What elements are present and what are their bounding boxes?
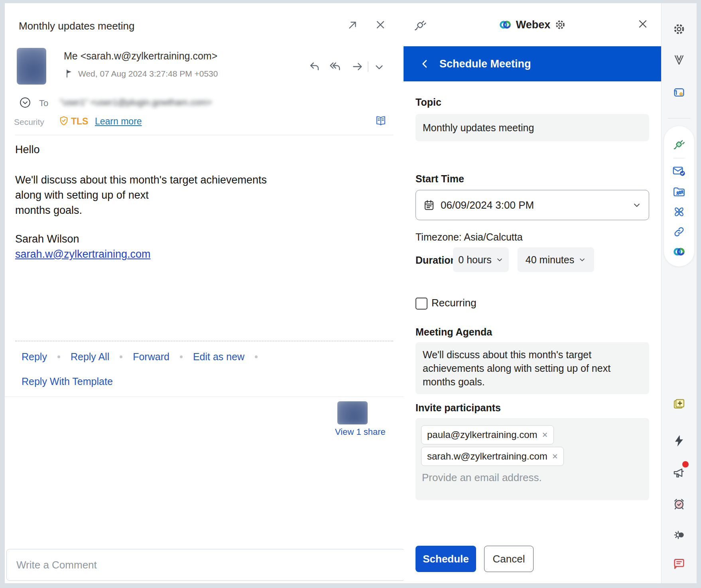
duration-hours-select[interactable]: 0 hours <box>453 247 509 272</box>
to-label: To <box>39 98 48 109</box>
reading-pane-icon[interactable] <box>375 115 387 127</box>
to-recipient-redacted: "user1" <user1@plugin.gowtham.com> <box>60 97 212 108</box>
email-panel: Monthly updates meeting Me <sarah.w@zylk… <box>5 3 404 583</box>
signature-email-link[interactable]: sarah.w@zylkertraining.com <box>15 248 151 260</box>
meeting-agenda-label: Meeting Agenda <box>415 326 492 338</box>
link-icon[interactable] <box>672 225 686 239</box>
expand-icon[interactable] <box>347 19 358 31</box>
invite-placeholder: Provide an email address. <box>422 472 644 484</box>
icon-row-divider <box>368 61 368 72</box>
integrations-clover-icon[interactable] <box>672 205 686 219</box>
participant-chip: sarah.w@zylkertraining.com × <box>421 447 564 466</box>
reply-all-link[interactable]: Reply All <box>71 351 109 363</box>
reply-with-template-link[interactable]: Reply With Template <box>22 376 113 387</box>
webex-settings-gear-icon[interactable] <box>554 19 566 31</box>
close-icon[interactable] <box>374 18 387 31</box>
body-line: months goals. <box>15 204 82 217</box>
view-share-link[interactable]: View 1 share <box>335 427 386 437</box>
tls-badge: TLS <box>71 116 88 127</box>
calendar-icon <box>423 199 435 211</box>
timezone-text: Timezone: Asia/Calcutta <box>415 231 523 243</box>
rail-divider <box>668 118 690 118</box>
vault-clip-icon[interactable] <box>672 53 686 67</box>
duration-minutes-select[interactable]: 40 minutes <box>518 247 594 272</box>
meeting-agenda-textarea[interactable]: We'll discuss about this month's target … <box>415 342 649 394</box>
invite-participants-label: Invite participants <box>415 402 501 414</box>
email-date: Wed, 07 Aug 2024 3:27:48 PM +0530 <box>78 69 218 79</box>
learn-more-link[interactable]: Learn more <box>95 116 142 127</box>
reply-all-icon[interactable] <box>329 60 342 73</box>
active-plugin-plug-icon[interactable] <box>672 137 686 151</box>
mail-shield-icon[interactable] <box>672 164 686 178</box>
webex-app-name: Webex <box>516 19 551 31</box>
participants-input-area[interactable]: paula@zylkertraining.com × sarah.w@zylke… <box>415 418 649 500</box>
remove-participant-icon[interactable]: × <box>552 451 558 462</box>
add-card-icon[interactable] <box>672 397 686 411</box>
duration-label: Duration <box>415 255 457 266</box>
announcements-megaphone-icon[interactable] <box>672 466 686 479</box>
chevron-down-icon <box>632 200 642 210</box>
body-greeting: Hello <box>15 144 40 156</box>
reply-icon[interactable] <box>309 60 321 73</box>
topic-label: Topic <box>415 97 441 108</box>
start-time-select[interactable]: 06/09/2024 3:00 PM <box>415 190 649 220</box>
alarm-clock-icon[interactable] <box>672 497 686 511</box>
duration-hours-value: 0 hours <box>458 254 491 266</box>
settings-gear-icon[interactable] <box>672 22 686 36</box>
participant-chip: paula@zylkertraining.com × <box>421 425 554 444</box>
dot-separator <box>255 355 258 358</box>
dot-separator <box>180 355 183 358</box>
chevron-down-icon <box>578 256 586 264</box>
sender-address: Me <sarah.w@zylkertraining.com> <box>64 50 217 62</box>
webex-panel: Webex Schedule Meeting Topic Monthly upd… <box>404 3 661 583</box>
body-line: We'll discuss about this month's target … <box>15 174 267 186</box>
recurring-checkbox[interactable] <box>415 298 427 310</box>
chevron-down-icon <box>496 256 504 264</box>
comment-input[interactable] <box>6 549 405 581</box>
recurring-label: Recurring <box>431 297 477 309</box>
integration-dock <box>664 126 694 266</box>
wallet-icon[interactable] <box>672 85 686 99</box>
webex-dock-icon[interactable] <box>672 245 686 258</box>
webex-logo-icon <box>498 18 512 32</box>
start-time-value: 06/09/2024 3:00 PM <box>441 199 626 211</box>
more-actions-chevron-icon[interactable] <box>373 61 385 73</box>
contacts-folder-icon[interactable] <box>672 185 686 199</box>
back-chevron-icon[interactable] <box>419 58 431 69</box>
participant-email: sarah.w@zylkertraining.com <box>427 451 547 462</box>
forward-link[interactable]: Forward <box>133 351 169 363</box>
forward-icon[interactable] <box>351 60 364 73</box>
security-label: Security <box>14 117 44 127</box>
lightning-icon[interactable] <box>672 434 686 448</box>
webex-header: Webex <box>404 15 661 34</box>
share-divider <box>5 397 404 397</box>
dot-separator <box>57 355 60 358</box>
reply-link[interactable]: Reply <box>22 351 47 363</box>
schedule-meeting-title: Schedule Meeting <box>439 58 531 70</box>
mail-actions-row: Reply Reply All Forward Edit as new <box>22 351 258 363</box>
signature-name: Sarah Wilson <box>15 233 79 245</box>
start-time-label: Start Time <box>415 173 464 185</box>
actions-divider <box>15 341 393 341</box>
share-thumbnail[interactable] <box>337 401 368 424</box>
remove-participant-icon[interactable]: × <box>542 429 547 440</box>
sender-avatar <box>17 48 46 85</box>
cancel-button[interactable]: Cancel <box>484 546 534 572</box>
dock-divider <box>673 158 685 158</box>
schedule-button[interactable]: Schedule <box>415 546 476 572</box>
collapse-details-icon[interactable] <box>19 97 31 109</box>
participant-email: paula@zylkertraining.com <box>427 429 537 440</box>
webex-close-icon[interactable] <box>636 18 649 30</box>
duration-minutes-value: 40 minutes <box>526 254 574 266</box>
feedback-chat-icon[interactable] <box>672 557 686 570</box>
flag-icon[interactable] <box>65 69 74 78</box>
edit-as-new-link[interactable]: Edit as new <box>193 351 244 363</box>
body-line: along with setting up of next <box>15 189 149 201</box>
notification-dot <box>682 461 689 468</box>
dot-separator <box>120 355 122 358</box>
schedule-meeting-titlebar: Schedule Meeting <box>404 46 661 81</box>
topic-input[interactable]: Monthly updates meeting <box>415 114 649 141</box>
header-body-divider <box>15 135 393 135</box>
app-rail <box>661 3 697 583</box>
theme-contrast-icon[interactable] <box>672 528 686 542</box>
